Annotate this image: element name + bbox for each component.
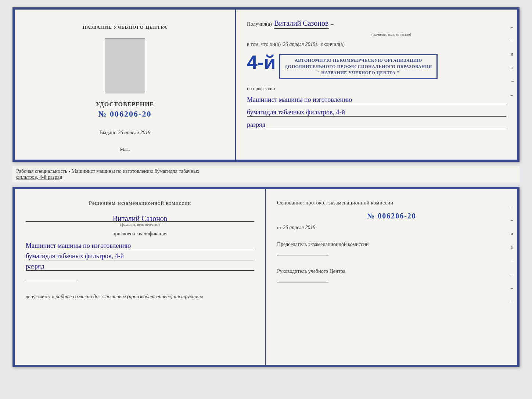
certificate-document: НАЗВАНИЕ УЧЕБНОГО ЦЕНТРА УДОСТОВЕРЕНИЕ №… [12, 7, 520, 162]
chairman-block: Председатель экзаменационной комиссии [277, 241, 506, 257]
recipient-line: Получил(а) Виталий Сазонов – [247, 19, 506, 29]
bmark-5: ← [511, 258, 515, 264]
bottom-prof-line3: разряд [26, 263, 254, 271]
chairman-title: Председатель экзаменационной комиссии [277, 241, 506, 248]
from-label: от [277, 225, 281, 231]
completed-label: окончил(а) [321, 42, 345, 47]
bottom-left-panel: Решением экзаменационной комиссии Витали… [15, 189, 266, 365]
bottom-right-panel: Основание: протокол экзаменационной коми… [266, 189, 517, 365]
org-line1: АВТОНОМНУЮ НЕКОММЕРЧЕСКУЮ ОРГАНИЗАЦИЮ [285, 57, 432, 64]
cert-number: № 006206-20 [96, 109, 154, 119]
admission-value: работе согласно должностным (производств… [55, 294, 203, 299]
cert-title-block: УДОСТОВЕРЕНИЕ № 006206-20 [96, 101, 154, 119]
in-fact-label: в том, что он(а) [247, 42, 281, 47]
bmark-1: – [511, 204, 515, 209]
mark-4: а [511, 65, 515, 71]
signature-line-1 [26, 281, 77, 281]
received-label: Получил(а) [247, 21, 272, 27]
profession-label: по профессии [247, 86, 506, 92]
recipient-note: (фамилия, имя, отчество) [276, 32, 506, 36]
stamp-block: АВТОНОМНУЮ НЕКОММЕРЧЕСКУЮ ОРГАНИЗАЦИЮ ДО… [279, 54, 438, 79]
cert-right-panel: Получил(а) Виталий Сазонов – (фамилия, и… [236, 10, 517, 160]
bmark-2: – [511, 217, 515, 223]
bmark-6: – [511, 272, 515, 277]
org-line3: " НАЗВАНИЕ УЧЕБНОГО ЦЕНТРА " [285, 70, 432, 76]
mark-3: и [511, 51, 515, 57]
cert-left-panel: НАЗВАНИЕ УЧЕБНОГО ЦЕНТРА УДОСТОВЕРЕНИЕ №… [15, 10, 236, 160]
mark-1: – [511, 24, 515, 30]
photo-placeholder [105, 38, 145, 93]
chairman-signature-line [277, 256, 328, 256]
profession-line2: бумагидля табачных фильтров, 4-й [247, 108, 506, 117]
bmark-3: и [511, 231, 515, 236]
mp-label: М.П. [120, 146, 130, 152]
right-edge-marks: – – и а ← – [511, 24, 515, 98]
issued-date: 26 апреля 2019 [118, 130, 150, 136]
admission-label: допускается к [26, 294, 54, 299]
admission-block: допускается к работе согласно должностны… [26, 293, 254, 300]
profession-lines: Машинист машины по изготовлению бумагидл… [26, 241, 254, 271]
cert-label: УДОСТОВЕРЕНИЕ [96, 101, 154, 108]
center-title: НАЗВАНИЕ УЧЕБНОГО ЦЕНТРА [83, 24, 168, 30]
bmark-8: – [511, 299, 515, 304]
commission-title: Решением экзаменационной комиссии [26, 200, 254, 206]
qualification-document: Решением экзаменационной комиссии Витали… [12, 187, 520, 367]
caption-underlined: фильтров, 4-й разряд [16, 174, 62, 180]
caption-area: Рабочая специальность - Машинист машины … [12, 166, 520, 182]
mark-6: – [511, 92, 515, 98]
profession-line1: Машинист машины по изготовлению [247, 96, 506, 104]
bottom-right-edge-marks: – – и а ← – – – [511, 204, 515, 304]
cert-issued-line: Выдано 26 апреля 2019 [99, 127, 150, 136]
bmark-7: – [511, 285, 515, 291]
from-date-line: от 26 апреля 2019 [277, 225, 506, 231]
assigned-label: присвоена квалификация [26, 231, 254, 237]
caption-main: Рабочая специальность - Машинист машины … [16, 168, 200, 174]
cert-number-right: № 006206-20 [277, 212, 506, 220]
basis-label: Основание: протокол экзаменационной коми… [277, 200, 506, 206]
director-title: Руководитель учебного Центра [277, 268, 506, 275]
caption-text: Рабочая специальность - Машинист машины … [16, 168, 516, 180]
mark-5: ← [511, 79, 515, 84]
bmark-4: а [511, 245, 515, 250]
director-block: Руководитель учебного Центра [277, 268, 506, 284]
bottom-prof-line2: бумагидля табачных фильтров, 4-й [26, 252, 254, 260]
profession-line3: разряд [247, 121, 506, 129]
issued-label: Выдано [99, 130, 116, 136]
date-line: в том, что он(а) 26 апреля 2019г. окончи… [247, 42, 506, 47]
commission-person-note: (фамилия, имя, отчество) [26, 221, 254, 227]
big-number: 4-й [247, 53, 276, 72]
recipient-name: Виталий Сазонов [274, 19, 329, 29]
director-signature-line [277, 282, 328, 282]
completed-date: 26 апреля 2019г. [283, 42, 319, 47]
mark-2: – [511, 38, 515, 43]
org-line2: ДОПОЛНИТЕЛЬНОГО ПРОФЕССИОНАЛЬНОГО ОБРАЗО… [285, 64, 432, 70]
bottom-prof-line1: Машинист машины по изготовлению [26, 242, 254, 250]
from-date-value: 26 апреля 2019 [283, 225, 315, 231]
